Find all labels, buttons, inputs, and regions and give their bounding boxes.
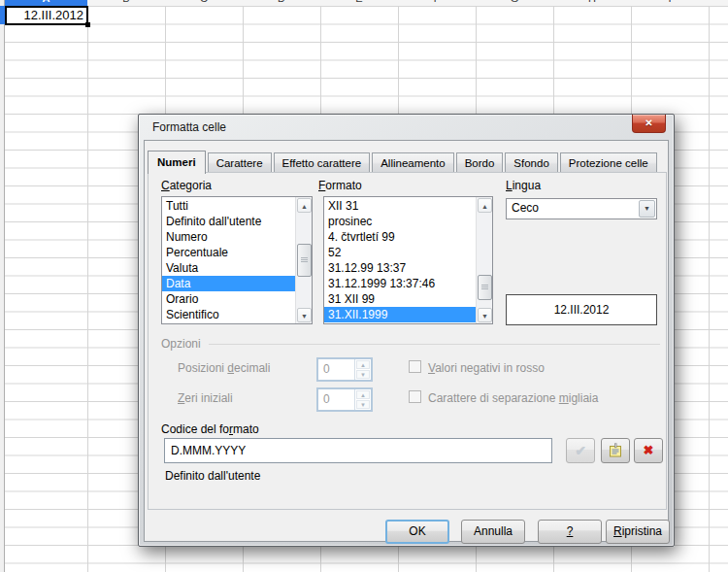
leading-zeros-label: Zeri iniziali bbox=[178, 391, 233, 405]
thousands-separator-checkbox bbox=[409, 390, 421, 403]
dialog-title: Formatta celle bbox=[152, 120, 226, 134]
language-combobox[interactable]: Ceco ▼ bbox=[506, 198, 657, 219]
category-item[interactable]: Definito dall'utente bbox=[162, 214, 295, 229]
cell-value: 12.III.2012 bbox=[24, 8, 83, 22]
format-cells-dialog: Formatta celle ✕ Numeri Carattere Effett… bbox=[138, 114, 675, 547]
column-headers: A B C D E F G H I bbox=[0, 0, 728, 6]
spin-up-icon: ▲ bbox=[356, 360, 370, 369]
column-header-f[interactable]: F bbox=[398, 0, 476, 6]
format-item[interactable]: prosinec bbox=[324, 214, 476, 229]
format-item[interactable]: 31.12.1999 13:37:46 bbox=[324, 276, 476, 291]
language-label: Lingua bbox=[506, 179, 541, 192]
format-item[interactable]: 52 bbox=[324, 245, 476, 260]
row-headers[interactable] bbox=[0, 0, 5, 572]
tab-numeri[interactable]: Numeri bbox=[148, 151, 206, 174]
column-header-c[interactable]: C bbox=[165, 0, 243, 6]
tab-effetto-carattere[interactable]: Effetto carattere bbox=[274, 152, 371, 173]
delete-x-icon[interactable]: ✖ bbox=[634, 438, 663, 463]
format-item[interactable]: 4. čtvrtletí 99 bbox=[324, 229, 476, 245]
negative-red-checkbox bbox=[409, 360, 421, 373]
tab-bar: Numeri Carattere Effetto carattere Allin… bbox=[148, 149, 659, 173]
apply-check-icon: ✔ bbox=[566, 438, 595, 463]
format-listbox[interactable]: XII 31 prosinec 4. čtvrtletí 99 52 31.12… bbox=[323, 196, 493, 324]
help-button[interactable]: ? bbox=[538, 520, 602, 544]
format-label: Formato bbox=[318, 179, 362, 192]
leading-zeros-stepper: 0 ▲ ▼ bbox=[316, 387, 373, 412]
spin-up-icon: ▲ bbox=[356, 390, 370, 399]
tab-sfondo[interactable]: Sfondo bbox=[505, 152, 557, 173]
category-listbox[interactable]: Tutti Definito dall'utente Numero Percen… bbox=[161, 196, 313, 324]
scroll-down-icon[interactable]: ▼ bbox=[297, 308, 312, 322]
format-item[interactable]: 31 XII 99 bbox=[324, 291, 476, 307]
spin-down-icon: ▼ bbox=[356, 400, 370, 409]
category-item-selected[interactable]: Data bbox=[162, 276, 295, 291]
category-item[interactable]: Orario bbox=[162, 291, 295, 307]
column-header-e[interactable]: E bbox=[320, 0, 398, 6]
column-header-g[interactable]: G bbox=[476, 0, 553, 6]
column-header-h[interactable]: H bbox=[553, 0, 631, 6]
reset-button[interactable]: Ripristina bbox=[606, 520, 670, 544]
format-code-label: Codice del formato bbox=[161, 422, 259, 436]
category-label: Categoria bbox=[161, 179, 212, 192]
options-group-line bbox=[209, 344, 660, 345]
fill-handle[interactable] bbox=[85, 22, 90, 27]
scroll-up-icon[interactable]: ▲ bbox=[297, 198, 312, 213]
decimal-places-label: Posizioni decimali bbox=[178, 361, 270, 375]
format-code-description: Definito dall'utente bbox=[165, 469, 260, 483]
close-icon[interactable]: ✕ bbox=[632, 115, 666, 133]
column-header-d[interactable]: D bbox=[243, 0, 320, 6]
category-item[interactable]: Scientifico bbox=[162, 307, 295, 322]
ok-button[interactable]: OK bbox=[385, 520, 449, 544]
tab-carattere[interactable]: Carattere bbox=[208, 152, 272, 173]
decimal-places-stepper: 0 ▲ ▼ bbox=[316, 357, 373, 382]
column-header-b[interactable]: B bbox=[87, 0, 165, 6]
format-preview: 12.III.2012 bbox=[506, 294, 657, 325]
category-item[interactable]: Percentuale bbox=[162, 245, 295, 260]
format-code-input[interactable]: D.MMM.YYYY bbox=[164, 438, 552, 463]
format-item[interactable]: 31.12.99 13:37 bbox=[324, 260, 476, 276]
tab-protezione-celle[interactable]: Protezione celle bbox=[560, 152, 657, 173]
category-scrollbar[interactable]: ▲ ▼ bbox=[295, 197, 312, 323]
scroll-up-icon[interactable]: ▲ bbox=[478, 198, 492, 213]
column-header-i[interactable]: I bbox=[631, 0, 709, 6]
cancel-button[interactable]: Annulla bbox=[461, 520, 525, 544]
category-item[interactable]: Valuta bbox=[162, 260, 295, 276]
spin-down-icon: ▼ bbox=[356, 370, 370, 379]
negative-red-label: Valori negativi in rosso bbox=[428, 361, 545, 375]
active-cell-a1[interactable]: 12.III.2012 bbox=[5, 6, 88, 25]
scroll-down-icon[interactable]: ▼ bbox=[478, 308, 492, 322]
category-item[interactable]: Numero bbox=[162, 229, 295, 245]
thousands-separator-label: Carattere di separazione migliaia bbox=[428, 391, 598, 405]
dialog-content: Numeri Carattere Effetto carattere Allin… bbox=[144, 140, 669, 542]
format-item[interactable]: XII 31 bbox=[324, 198, 476, 214]
options-group-label: Opzioni bbox=[161, 337, 201, 351]
comment-note-icon[interactable] bbox=[601, 438, 630, 463]
tab-allineamento[interactable]: Allineamento bbox=[372, 152, 453, 173]
scrollbar-thumb[interactable] bbox=[478, 275, 492, 300]
format-item-selected[interactable]: 31.XII.1999 bbox=[324, 307, 476, 322]
numbers-tab-panel: Categoria Formato Lingua Tutti Definito … bbox=[148, 172, 667, 510]
chevron-down-icon[interactable]: ▼ bbox=[639, 200, 655, 218]
format-scrollbar[interactable]: ▲ ▼ bbox=[476, 197, 492, 323]
language-value: Ceco bbox=[512, 201, 539, 215]
category-item[interactable]: Tutti bbox=[162, 198, 295, 214]
scrollbar-thumb[interactable] bbox=[297, 244, 312, 277]
tab-bordo[interactable]: Bordo bbox=[456, 152, 504, 173]
